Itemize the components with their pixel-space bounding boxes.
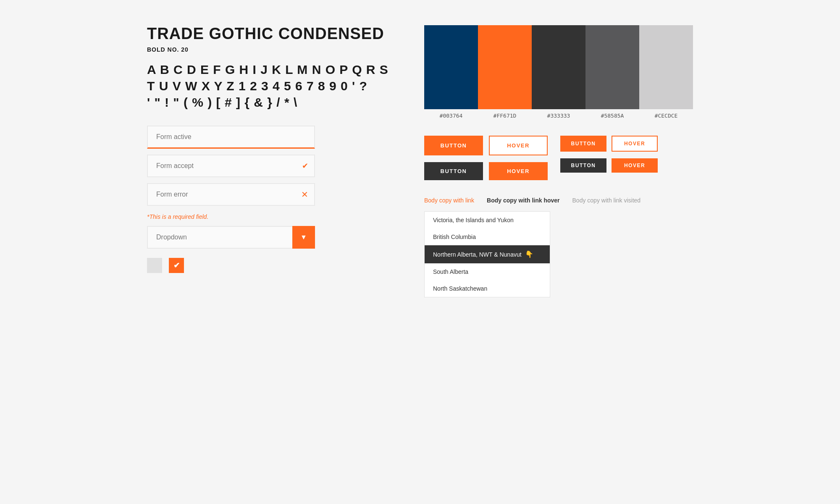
font-section: TRADE GOTHIC CONDENSED BOLD NO. 20 A B C…	[147, 25, 391, 110]
form-active-input[interactable]	[147, 126, 315, 149]
hover-orange-button-1[interactable]: HOVER	[489, 162, 548, 180]
form-accept-input[interactable]	[147, 155, 315, 177]
large-buttons-col: BUTTON HOVER BUTTON HOVER	[424, 136, 548, 180]
swatch-gray: #58585A	[585, 25, 639, 119]
btn-row-4: BUTTON HOVER	[560, 158, 658, 173]
dropdown-list: Victoria, the Islands and Yukon British …	[424, 211, 550, 297]
main-layout: TRADE GOTHIC CONDENSED BOLD NO. 20 A B C…	[147, 25, 693, 297]
list-item-0[interactable]: Victoria, the Islands and Yukon	[425, 212, 550, 228]
error-icon: ✕	[301, 189, 308, 200]
swatch-block-light	[639, 25, 693, 109]
small-buttons-col: BUTTON HOVER BUTTON HOVER	[560, 136, 658, 173]
cursor-emoji: 👇	[525, 250, 533, 258]
checkbox-checkmark-icon: ✔	[173, 261, 180, 270]
right-column: #003764 #FF671D #333333 #58585A #CECDCE	[424, 25, 693, 297]
swatch-label-orange: #FF671D	[494, 113, 517, 119]
btn-row-1: BUTTON HOVER	[424, 136, 548, 155]
left-column: TRADE GOTHIC CONDENSED BOLD NO. 20 A B C…	[147, 25, 391, 297]
list-item-3[interactable]: South Alberta	[425, 263, 550, 280]
checkbox-unchecked[interactable]	[147, 258, 162, 273]
dark-button-1[interactable]: BUTTON	[424, 162, 483, 180]
swatch-block-gray	[585, 25, 639, 109]
btn-row-3: BUTTON HOVER	[560, 136, 658, 152]
swatch-navy: #003764	[424, 25, 478, 119]
forms-section: ✔ ✕ *This is a required field. ▼ ✔	[147, 126, 391, 273]
dropdown-toggle-button[interactable]: ▼	[292, 226, 315, 249]
list-item-1[interactable]: British Columbia	[425, 228, 550, 245]
checkmark-icon: ✔	[302, 161, 308, 171]
swatch-block-orange	[478, 25, 532, 109]
dark-button-sm-1[interactable]: BUTTON	[560, 158, 606, 173]
font-subtitle: BOLD NO. 20	[147, 46, 391, 53]
form-active-field	[147, 126, 315, 149]
char-line-3: ' " ! " ( % ) [ # ] { & } / * \	[147, 94, 391, 110]
link-hover[interactable]: Body copy with link hover	[487, 197, 559, 204]
required-text: *This is a required field.	[147, 213, 391, 220]
swatch-label-dark: #333333	[547, 113, 570, 119]
swatch-orange: #FF671D	[478, 25, 532, 119]
link-normal[interactable]: Body copy with link	[424, 197, 474, 204]
link-visited[interactable]: Body copy with link visited	[572, 197, 641, 204]
checkbox-checked[interactable]: ✔	[169, 258, 184, 273]
hover-orange-button-sm-1[interactable]: HOVER	[612, 158, 658, 173]
checkboxes-row: ✔	[147, 258, 391, 273]
swatch-label-navy: #003764	[440, 113, 463, 119]
orange-button-1[interactable]: BUTTON	[424, 136, 483, 155]
char-line-1: A B C D E F G H I J K L M N O P Q R S	[147, 61, 391, 78]
swatch-light: #CECDCE	[639, 25, 693, 119]
hover-outline-button-sm-1[interactable]: HOVER	[612, 136, 658, 152]
swatch-label-gray: #58585A	[601, 113, 624, 119]
font-title: TRADE GOTHIC CONDENSED	[147, 25, 391, 43]
links-section: Body copy with link Body copy with link …	[424, 197, 693, 204]
btn-row-2: BUTTON HOVER	[424, 162, 548, 180]
chevron-down-icon: ▼	[300, 234, 307, 241]
list-item-4[interactable]: North Saskatchewan	[425, 280, 550, 297]
char-line-2: T U V W X Y Z 1 2 3 4 5 6 7 8 9 0 ' ?	[147, 78, 391, 94]
list-item-2[interactable]: Northern Alberta, NWT & Nunavut 👇	[425, 245, 550, 263]
dropdown-wrapper: ▼	[147, 226, 315, 249]
form-error-field: ✕	[147, 183, 315, 206]
dropdown-input[interactable]	[147, 226, 292, 249]
links-dropdown-area: Body copy with link Body copy with link …	[424, 197, 693, 297]
swatch-block-navy	[424, 25, 478, 109]
color-swatches: #003764 #FF671D #333333 #58585A #CECDCE	[424, 25, 693, 119]
orange-button-sm-1[interactable]: BUTTON	[560, 136, 606, 152]
font-characters: A B C D E F G H I J K L M N O P Q R S T …	[147, 61, 391, 110]
form-error-input[interactable]	[147, 183, 315, 206]
form-accept-field: ✔	[147, 155, 315, 177]
swatch-label-light: #CECDCE	[655, 113, 678, 119]
swatch-block-dark	[532, 25, 585, 109]
hover-outline-button-1[interactable]: HOVER	[489, 136, 548, 155]
swatch-dark: #333333	[532, 25, 585, 119]
buttons-area: BUTTON HOVER BUTTON HOVER BUTTON HOVER B…	[424, 136, 693, 180]
